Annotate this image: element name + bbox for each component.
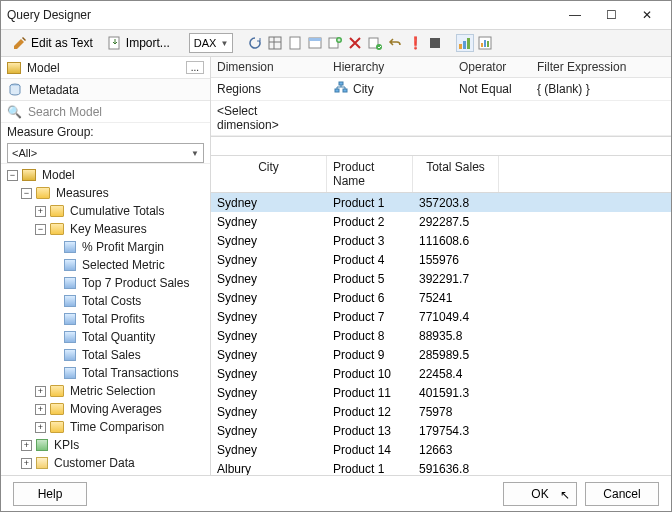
results-header-sales[interactable]: Total Sales xyxy=(413,156,499,192)
tree-node[interactable]: Total Sales xyxy=(1,346,210,364)
table-row[interactable]: SydneyProduct 675241 xyxy=(211,288,671,307)
ok-button[interactable]: OK ↖ xyxy=(503,482,577,506)
expand-icon[interactable]: + xyxy=(35,404,46,415)
spacer xyxy=(49,278,60,289)
model-tree[interactable]: −Model−Measures+Cumulative Totals−Key Me… xyxy=(1,163,210,475)
tree-node[interactable]: +Cumulative Totals xyxy=(1,202,210,220)
filter-row[interactable]: Regions City Not Equal { (Blank) } xyxy=(211,78,671,101)
meas-icon xyxy=(64,349,76,361)
edit-as-text-button[interactable]: Edit as Text xyxy=(7,32,98,54)
kpi-icon xyxy=(36,439,48,451)
table-row[interactable]: SydneyProduct 2292287.5 xyxy=(211,212,671,231)
tree-label: Customer Data xyxy=(54,456,135,470)
expand-icon[interactable]: + xyxy=(21,458,32,469)
meas-icon xyxy=(64,241,76,253)
table-row[interactable]: SydneyProduct 1357203.8 xyxy=(211,193,671,212)
table-row[interactable]: SydneyProduct 1022458.4 xyxy=(211,364,671,383)
tree-node[interactable]: Total Quantity xyxy=(1,328,210,346)
tree-node[interactable]: +Dates xyxy=(1,472,210,475)
sheet-icon[interactable] xyxy=(287,35,303,51)
grid-icon[interactable] xyxy=(267,35,283,51)
expand-icon[interactable]: + xyxy=(35,422,46,433)
table-cell: Sydney xyxy=(211,422,327,440)
folder-icon xyxy=(50,223,64,235)
table-row[interactable]: SydneyProduct 7771049.4 xyxy=(211,307,671,326)
collapse-icon[interactable]: − xyxy=(21,188,32,199)
search-row[interactable]: 🔍 Search Model xyxy=(1,101,210,123)
chevron-down-icon: ▼ xyxy=(220,39,228,48)
help-button[interactable]: Help xyxy=(13,482,87,506)
tree-node[interactable]: Total Costs xyxy=(1,292,210,310)
undo-icon[interactable] xyxy=(387,35,403,51)
filter-new-row[interactable]: <Select dimension> xyxy=(211,101,671,136)
chart-alt-icon[interactable] xyxy=(477,35,493,51)
add-calc-icon[interactable] xyxy=(327,35,343,51)
tree-node[interactable]: Selected Metric xyxy=(1,256,210,274)
filter-expression: { (Blank) } xyxy=(531,78,671,100)
tree-label: Total Costs xyxy=(82,294,141,308)
tree-node[interactable]: Total Transactions xyxy=(1,364,210,382)
close-button[interactable]: ✕ xyxy=(629,3,665,27)
tree-node[interactable]: −Measures xyxy=(1,184,210,202)
table-row[interactable]: SydneyProduct 888935.8 xyxy=(211,326,671,345)
tree-label: Key Measures xyxy=(70,222,147,236)
table-row[interactable]: SydneyProduct 5392291.7 xyxy=(211,269,671,288)
table-row[interactable]: SydneyProduct 4155976 xyxy=(211,250,671,269)
tree-label: Total Sales xyxy=(82,348,141,362)
tree-node[interactable]: +Time Comparison xyxy=(1,418,210,436)
table-row[interactable]: SydneyProduct 3111608.6 xyxy=(211,231,671,250)
results-header-city[interactable]: City xyxy=(211,156,327,192)
model-tab[interactable]: Model ... xyxy=(1,57,210,79)
tree-node[interactable]: +Moving Averages xyxy=(1,400,210,418)
results-body[interactable]: SydneyProduct 1357203.8SydneyProduct 229… xyxy=(211,193,671,475)
measure-group-label: Measure Group: xyxy=(1,123,210,143)
table-cell: 12663 xyxy=(413,441,499,459)
tree-node[interactable]: −Model xyxy=(1,166,210,184)
collapse-icon[interactable]: − xyxy=(7,170,18,181)
tree-node[interactable]: Total Profits xyxy=(1,310,210,328)
table-cell: 401591.3 xyxy=(413,384,499,402)
expand-icon[interactable]: + xyxy=(35,206,46,217)
cube-icon xyxy=(7,62,21,74)
tree-label: Total Transactions xyxy=(82,366,179,380)
svg-rect-9 xyxy=(430,38,440,48)
ellipsis-button[interactable]: ... xyxy=(186,61,204,74)
table-row[interactable]: SydneyProduct 1275978 xyxy=(211,402,671,421)
cancel-button[interactable]: Cancel xyxy=(585,482,659,506)
spacer xyxy=(49,296,60,307)
collapse-icon[interactable]: − xyxy=(35,224,46,235)
warning-icon[interactable]: ❗ xyxy=(407,35,423,51)
chart-icon[interactable] xyxy=(457,35,473,51)
table-row[interactable]: AlburyProduct 1591636.8 xyxy=(211,459,671,475)
tree-node[interactable]: +Metric Selection xyxy=(1,382,210,400)
tree-label: Total Quantity xyxy=(82,330,155,344)
measure-group-combo[interactable]: <All> ▼ xyxy=(7,143,204,163)
results-header-product[interactable]: Product Name xyxy=(327,156,413,192)
tree-node[interactable]: Top 7 Product Sales xyxy=(1,274,210,292)
expand-icon[interactable]: + xyxy=(35,386,46,397)
table-row[interactable]: SydneyProduct 9285989.5 xyxy=(211,345,671,364)
query-run-icon[interactable] xyxy=(367,35,383,51)
tree-node[interactable]: % Profit Margin xyxy=(1,238,210,256)
table-row[interactable]: SydneyProduct 1412663 xyxy=(211,440,671,459)
properties-icon[interactable] xyxy=(307,35,323,51)
meas-icon xyxy=(64,367,76,379)
table-row[interactable]: SydneyProduct 11401591.3 xyxy=(211,383,671,402)
svg-rect-1 xyxy=(269,37,281,49)
table-cell: Sydney xyxy=(211,308,327,326)
stop-icon[interactable] xyxy=(427,35,443,51)
tree-node[interactable]: +KPIs xyxy=(1,436,210,454)
expand-icon[interactable]: + xyxy=(21,440,32,451)
table-row[interactable]: SydneyProduct 13179754.3 xyxy=(211,421,671,440)
delete-icon[interactable] xyxy=(347,35,363,51)
refresh-icon[interactable] xyxy=(247,35,263,51)
metadata-tab[interactable]: Metadata xyxy=(1,79,210,101)
table-cell: Product 5 xyxy=(327,270,413,288)
tree-node[interactable]: +Customer Data xyxy=(1,454,210,472)
import-button[interactable]: Import... xyxy=(102,32,175,54)
language-combo[interactable]: DAX ▼ xyxy=(189,33,234,53)
maximize-button[interactable]: ☐ xyxy=(593,3,629,27)
tree-node[interactable]: −Key Measures xyxy=(1,220,210,238)
filter-grid: Dimension Hierarchy Operator Filter Expr… xyxy=(211,57,671,137)
minimize-button[interactable]: — xyxy=(557,3,593,27)
